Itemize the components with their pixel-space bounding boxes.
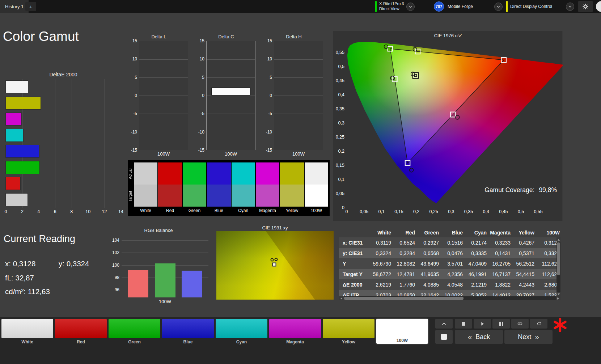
pattern-swatch-label: Magenta bbox=[269, 339, 321, 344]
edge-round-button[interactable] bbox=[596, 1, 601, 12]
deltae-2000-chart: DeltaE 2000 02468101214 bbox=[6, 72, 121, 216]
scroll-down-button[interactable] bbox=[556, 292, 560, 296]
horizontal-scroll-thumb[interactable] bbox=[344, 297, 464, 300]
refresh-button[interactable] bbox=[530, 319, 547, 329]
meter-count-badge[interactable]: 707 bbox=[434, 1, 444, 12]
next-button[interactable]: Next » bbox=[504, 330, 553, 344]
cie76-ytick: 0,05 bbox=[336, 191, 344, 196]
delta-l-xlabel: 100W bbox=[139, 151, 188, 157]
pattern-swatch-label: 100W bbox=[376, 338, 428, 343]
pattern-window-button[interactable] bbox=[435, 330, 453, 344]
reading-fl-value: 32,87 bbox=[16, 274, 34, 282]
patch-label: Yellow bbox=[280, 207, 304, 215]
triangle-down-icon bbox=[558, 293, 560, 295]
settings-button[interactable] bbox=[578, 1, 593, 12]
ytick: 0 bbox=[202, 93, 204, 98]
scroll-right-button[interactable] bbox=[556, 296, 560, 300]
pattern-swatch-100w[interactable]: 100W bbox=[376, 319, 428, 344]
pattern-swatch-red[interactable]: Red bbox=[55, 319, 107, 344]
add-tab-button[interactable]: + bbox=[25, 2, 36, 11]
reading-lum-value: 112,63 bbox=[28, 287, 50, 296]
rgb-balance-chart: RGB Balance 1041021009896 100W bbox=[109, 228, 208, 304]
meter-dropdown-button[interactable] bbox=[406, 3, 415, 11]
pattern-swatch-cyan[interactable]: Cyan bbox=[216, 319, 267, 344]
back-button[interactable]: « Back bbox=[455, 330, 503, 344]
table-horizontal-scrollbar[interactable] bbox=[339, 296, 560, 300]
results-grid: WhiteRedGreenBlueCyanMagentaYellow100Wx:… bbox=[339, 228, 560, 300]
loop-button[interactable] bbox=[511, 319, 529, 329]
patch-target-red bbox=[158, 185, 182, 207]
patch-actual-cyan bbox=[232, 162, 255, 185]
pattern-swatch-green[interactable]: Green bbox=[109, 319, 160, 344]
deltae-bar-row bbox=[6, 79, 121, 95]
delta-bar bbox=[211, 88, 250, 96]
deltae-xtick: 0 bbox=[5, 209, 7, 214]
display-control-dropdown-button[interactable] bbox=[566, 3, 574, 11]
collapse-panel-button[interactable] bbox=[435, 319, 453, 329]
cie76-ytick: 0,15 bbox=[336, 163, 344, 168]
pattern-swatch-magenta[interactable]: Magenta bbox=[269, 319, 321, 344]
tab-history-1[interactable]: History 1 bbox=[0, 0, 29, 13]
deltae-bar-row bbox=[6, 192, 121, 208]
gridline bbox=[274, 96, 323, 96]
pause-button[interactable] bbox=[492, 319, 510, 329]
play-button[interactable] bbox=[474, 319, 491, 329]
table-cell: 1,8822 bbox=[489, 282, 513, 288]
cie76-xtick: 0,2 bbox=[413, 209, 419, 214]
next-button-label: Next bbox=[518, 333, 531, 341]
display-control-indicator bbox=[506, 1, 508, 12]
patch-column-white: White bbox=[134, 162, 157, 215]
table-cell: 0,3335 bbox=[465, 250, 489, 256]
deltae-bar-magenta bbox=[6, 113, 21, 125]
column-header-green: Green bbox=[417, 230, 441, 236]
deltae-xtick: 12 bbox=[102, 209, 107, 214]
pattern-swatch-color bbox=[109, 319, 160, 338]
ytick: 15 bbox=[267, 38, 272, 43]
table-cell: 47,0409 bbox=[465, 261, 489, 267]
gridline bbox=[274, 132, 323, 132]
patch-label: Red bbox=[158, 207, 182, 215]
cie31-marker-measured-2 bbox=[275, 258, 278, 261]
pattern-swatch-color bbox=[162, 319, 214, 338]
refresh-icon bbox=[536, 321, 542, 327]
ytick: -15 bbox=[198, 148, 204, 153]
table-vertical-scrollbar[interactable] bbox=[556, 237, 560, 296]
delta-h-xlabel: 100W bbox=[274, 151, 323, 157]
scroll-left-button[interactable] bbox=[339, 296, 344, 300]
pattern-swatch-yellow[interactable]: Yellow bbox=[323, 319, 374, 344]
gridline bbox=[121, 79, 121, 208]
delta-h-plot bbox=[274, 41, 323, 150]
patch-target-green bbox=[183, 185, 206, 207]
source-selector[interactable]: Mobile Forge bbox=[448, 3, 503, 11]
vertical-scroll-thumb[interactable] bbox=[557, 242, 560, 275]
ytick: 102 bbox=[112, 250, 119, 255]
rgb-plot bbox=[122, 234, 208, 297]
row-label: y: CIE31 bbox=[339, 250, 369, 256]
deltae-bar-row bbox=[6, 160, 121, 176]
ytick: 96 bbox=[115, 287, 119, 292]
table-row: Y59,679012,808243,64993,570147,040916,27… bbox=[339, 258, 560, 269]
cie31-marker-white-target bbox=[272, 263, 276, 267]
stop-button[interactable] bbox=[455, 319, 472, 329]
pattern-swatch-label: Cyan bbox=[216, 339, 267, 344]
display-control-selector[interactable]: Direct Display Control bbox=[506, 1, 574, 12]
rgb-bar-red bbox=[128, 270, 148, 297]
pattern-swatch-blue[interactable]: Blue bbox=[162, 319, 214, 344]
ytick: 5 bbox=[270, 75, 272, 80]
patch-actual-yellow bbox=[280, 162, 304, 185]
table-cell: 0,6524 bbox=[393, 240, 417, 246]
patch-target-cyan bbox=[232, 185, 255, 207]
column-header-blue: Blue bbox=[441, 230, 465, 236]
scroll-up-button[interactable] bbox=[556, 237, 560, 242]
meter-selector[interactable]: X-Rite i1Pro 3 Direct View bbox=[375, 1, 430, 12]
patch-target-blue bbox=[207, 185, 230, 207]
rgb-bars bbox=[122, 234, 208, 297]
current-reading: Current Reading x: 0,3128y: 0,3324 fL: 3… bbox=[4, 233, 112, 245]
table-cell: 0,2174 bbox=[465, 240, 489, 246]
source-dropdown-button[interactable] bbox=[494, 3, 503, 11]
ytick: 10 bbox=[132, 56, 137, 62]
table-cell: 41,9635 bbox=[417, 271, 441, 277]
pattern-swatch-white[interactable]: White bbox=[1, 319, 53, 344]
ytick: -5 bbox=[133, 111, 137, 116]
cie76-xtick: 0,35 bbox=[464, 209, 473, 214]
